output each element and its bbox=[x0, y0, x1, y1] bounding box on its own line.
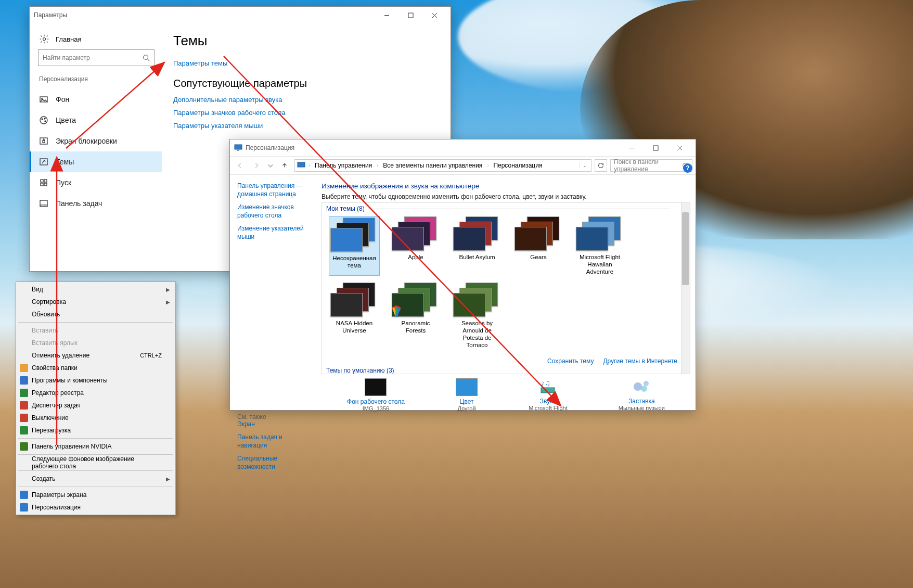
menu-item[interactable]: Диспетчер задач bbox=[17, 399, 174, 412]
svg-point-5 bbox=[144, 55, 148, 60]
more-themes-link[interactable]: Другие темы в Интернете bbox=[603, 357, 677, 365]
palette-icon bbox=[39, 116, 48, 125]
cp-link[interactable]: Изменение значков рабочего стола bbox=[237, 203, 309, 220]
cp-link[interactable]: Панель задач и навигация bbox=[237, 433, 309, 450]
close-button[interactable] bbox=[422, 7, 446, 23]
menu-item[interactable]: Перезагрузка bbox=[17, 424, 174, 437]
theme-thumbs bbox=[576, 216, 624, 251]
monitor-icon bbox=[234, 144, 242, 152]
menu-separator bbox=[18, 438, 173, 439]
display-icon bbox=[20, 491, 28, 499]
crumb-dropdown[interactable]: ⌄ bbox=[580, 163, 589, 168]
chevron-right-icon: ▶ bbox=[166, 476, 170, 482]
crumb[interactable]: Все элементы панели управления bbox=[381, 162, 484, 169]
up-button[interactable] bbox=[278, 159, 291, 172]
nav-item-palette[interactable]: Цвета bbox=[36, 110, 162, 131]
menu-item[interactable]: Выключение bbox=[17, 412, 174, 424]
footer-cell[interactable]: Фон рабочего столаIMG_1356 bbox=[347, 378, 405, 412]
scrollbar-thumb[interactable] bbox=[682, 212, 689, 285]
settings-titlebar[interactable]: Параметры bbox=[30, 7, 451, 23]
close-button[interactable] bbox=[667, 140, 691, 156]
footer-link[interactable]: Звуки bbox=[529, 398, 568, 405]
menu-item[interactable]: Отменить удалениеCTRL+Z bbox=[17, 349, 174, 362]
menu-item[interactable]: Параметры экрана bbox=[17, 489, 174, 501]
save-theme-link[interactable]: Сохранить тему bbox=[547, 357, 594, 365]
nav-label: Пуск bbox=[56, 178, 71, 187]
footer-link[interactable]: Фон рабочего стола bbox=[347, 398, 405, 405]
footer-link[interactable]: Цвет bbox=[456, 398, 478, 405]
nav-item-lock-frame[interactable]: Экран блокировки bbox=[36, 131, 162, 151]
perso-titlebar[interactable]: Персонализация bbox=[230, 139, 696, 156]
menu-item[interactable]: Вид▶ bbox=[17, 283, 174, 296]
minimize-button[interactable] bbox=[620, 140, 644, 156]
svg-point-4 bbox=[43, 38, 46, 41]
start-icon bbox=[39, 178, 48, 187]
menu-item[interactable]: Редактор реестра bbox=[17, 387, 174, 399]
related-link[interactable]: Параметры указателя мыши bbox=[173, 122, 439, 130]
home-link[interactable]: Главная bbox=[36, 32, 162, 49]
menu-item[interactable]: Программы и компоненты bbox=[17, 374, 174, 387]
related-link[interactable]: Параметры значков рабочего стола bbox=[173, 109, 439, 117]
content-heading: Изменение изображения и звука на компьют… bbox=[322, 182, 690, 190]
nav-item-image[interactable]: Фон bbox=[36, 89, 162, 110]
crumb[interactable]: Персонализация bbox=[492, 162, 544, 169]
footer-cell[interactable]: ♪♫ЗвукиMicrosoft Flight bbox=[529, 378, 568, 412]
forward-button[interactable] bbox=[250, 159, 263, 172]
maximize-button[interactable] bbox=[644, 140, 667, 156]
svg-line-6 bbox=[148, 59, 150, 61]
footer-cell[interactable]: ЗаставкаМыльные пузыри bbox=[619, 378, 665, 412]
breadcrumb[interactable]: › Панель управления› Все элементы панели… bbox=[294, 159, 591, 172]
theme-item[interactable]: Panoramic Forests bbox=[391, 283, 441, 349]
swatch bbox=[456, 378, 478, 396]
crumb[interactable]: Панель управления bbox=[313, 162, 374, 169]
related-heading: Сопутствующие параметры bbox=[173, 78, 439, 90]
refresh-button[interactable] bbox=[595, 159, 607, 172]
theme-item[interactable]: NASA Hidden Universe bbox=[329, 283, 379, 349]
theme-settings-link[interactable]: Параметры темы bbox=[173, 59, 439, 67]
scrollbar[interactable] bbox=[681, 203, 690, 374]
theme-name: Microsoft Flight Hawaiian Adventure bbox=[575, 254, 625, 275]
theme-item[interactable]: Apple bbox=[391, 216, 441, 275]
menu-item[interactable]: Сортировка▶ bbox=[17, 296, 174, 308]
menu-separator bbox=[18, 470, 173, 471]
theme-item[interactable]: Microsoft Flight Hawaiian Adventure bbox=[575, 216, 625, 275]
perso-footer: Фон рабочего столаIMG_1356ЦветДругой♪♫Зв… bbox=[322, 374, 690, 415]
back-button[interactable] bbox=[233, 159, 247, 172]
home-label: Главная bbox=[56, 35, 81, 43]
search-input[interactable] bbox=[38, 49, 155, 66]
search-field[interactable] bbox=[43, 54, 143, 61]
related-link[interactable]: Дополнительные параметры звука bbox=[173, 96, 439, 104]
nvidia-icon bbox=[20, 442, 28, 451]
maximize-button[interactable] bbox=[398, 7, 422, 23]
cp-link[interactable]: Экран bbox=[237, 420, 309, 429]
menu-item[interactable]: Следующее фоновое изображение рабочего с… bbox=[17, 456, 174, 469]
cp-link[interactable]: Изменение указателей мыши bbox=[237, 225, 309, 241]
minimize-button[interactable] bbox=[375, 7, 398, 23]
menu-item[interactable]: Обновить bbox=[17, 308, 174, 321]
menu-item[interactable]: Создать▶ bbox=[17, 472, 174, 485]
theme-item[interactable]: Несохраненная тема bbox=[329, 216, 379, 275]
nav-item-taskbar[interactable]: Панель задач bbox=[36, 193, 162, 214]
menu-label: Диспетчер задач bbox=[32, 402, 81, 409]
footer-link[interactable]: Заставка bbox=[619, 398, 665, 405]
theme-item[interactable]: Seasons by Arnould de Potesta de Tornaco bbox=[452, 283, 502, 349]
footer-cell[interactable]: ЦветДругой bbox=[456, 378, 478, 412]
menu-item[interactable]: Персонализация bbox=[17, 501, 174, 514]
cp-home-link[interactable]: Панель управления — домашняя страница bbox=[237, 182, 309, 198]
menu-label: Следующее фоновое изображение рабочего с… bbox=[32, 455, 161, 470]
theme-item[interactable]: Bullet Asylum bbox=[452, 216, 502, 275]
menu-item[interactable]: Свойства папки bbox=[17, 362, 174, 374]
svg-point-9 bbox=[40, 117, 47, 124]
content-hint: Выберите тему, чтобы одновременно измени… bbox=[322, 193, 690, 200]
shortcut: CTRL+Z bbox=[140, 352, 162, 359]
svg-point-12 bbox=[45, 121, 46, 122]
theme-item[interactable]: Gears bbox=[513, 216, 563, 275]
cp-link[interactable]: Специальные возможности bbox=[237, 455, 309, 471]
help-icon[interactable]: ? bbox=[683, 163, 692, 173]
menu-item[interactable]: Панель управления NVIDIA bbox=[17, 440, 174, 453]
history-dropdown[interactable] bbox=[266, 159, 275, 172]
cp-search-input[interactable]: Поиск в панели управления bbox=[610, 159, 692, 172]
nav-item-start[interactable]: Пуск bbox=[36, 172, 162, 193]
nav-item-brush[interactable]: Темы bbox=[30, 151, 162, 172]
gear-icon bbox=[39, 34, 49, 44]
